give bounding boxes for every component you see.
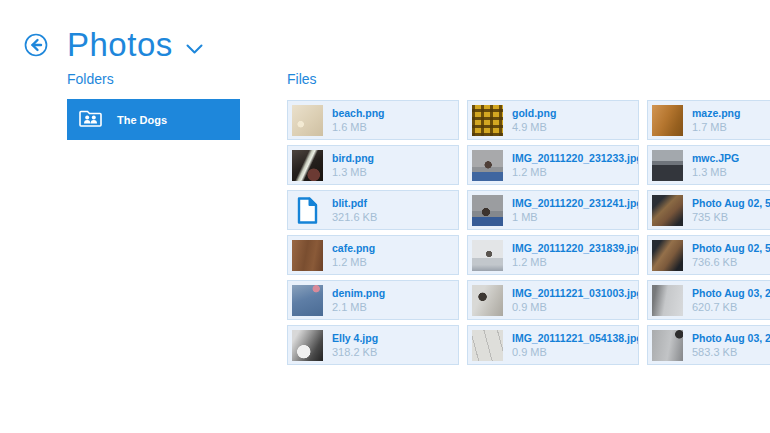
files-heading: Files — [287, 71, 770, 87]
file-tile[interactable]: Photo Aug 03, 2 48 34 583.3 KB — [647, 325, 770, 365]
file-thumbnail — [472, 150, 503, 181]
file-size: 321.6 KB — [332, 211, 377, 224]
file-thumbnail — [292, 285, 323, 316]
file-name: IMG_20111220_231241.jpg — [512, 197, 634, 210]
file-thumbnail — [292, 330, 323, 361]
file-meta: Photo Aug 03, 2 48 34 583.3 KB — [692, 332, 770, 359]
file-tile[interactable]: cafe.png 1.2 MB — [287, 235, 459, 275]
file-thumbnail — [292, 240, 323, 271]
file-name: IMG_20111220_231233.jpg — [512, 152, 634, 165]
file-tile[interactable]: blit.pdf 321.6 KB — [287, 190, 459, 230]
file-name: IMG_20111220_231839.jpg — [512, 242, 634, 255]
file-name: blit.pdf — [332, 197, 377, 210]
file-meta: Photo Aug 02, 5 58 33 736.6 KB — [692, 242, 770, 269]
file-size: 0.9 MB — [512, 346, 634, 359]
folder-item-the-dogs[interactable]: The Dogs — [67, 99, 240, 140]
file-size: 0.9 MB — [512, 301, 634, 314]
folders-heading: Folders — [67, 71, 240, 87]
file-tile[interactable]: maze.png 1.7 MB — [647, 100, 770, 140]
file-meta: Photo Aug 03, 2 48 31 620.7 KB — [692, 287, 770, 314]
file-meta: maze.png 1.7 MB — [692, 107, 740, 134]
file-thumbnail — [292, 195, 323, 226]
file-size: 1.2 MB — [332, 256, 375, 269]
file-tile[interactable]: bird.png 1.3 MB — [287, 145, 459, 185]
file-size: 1.7 MB — [692, 121, 740, 134]
back-arrow-icon — [24, 33, 48, 57]
file-size: 1.3 MB — [692, 166, 739, 179]
folders-section: Folders The Dogs — [67, 71, 240, 140]
file-tile[interactable]: Photo Aug 02, 5 58 36 735 KB — [647, 190, 770, 230]
file-size: 1.3 MB — [332, 166, 374, 179]
back-button[interactable] — [24, 33, 48, 57]
file-tile[interactable]: Elly 4.jpg 318.2 KB — [287, 325, 459, 365]
file-name: maze.png — [692, 107, 740, 120]
file-tile[interactable]: IMG_20111220_231839.jpg 1.2 MB — [467, 235, 639, 275]
files-grid: beach.png 1.6 MB bird.png 1.3 MB blit.pd… — [287, 100, 770, 365]
file-meta: blit.pdf 321.6 KB — [332, 197, 377, 224]
files-section: Files beach.png 1.6 MB bird.png 1.3 MB — [287, 71, 770, 365]
file-tile[interactable]: IMG_20111221_031003.jpg 0.9 MB — [467, 280, 639, 320]
file-meta: IMG_20111221_031003.jpg 0.9 MB — [512, 287, 634, 314]
file-tile[interactable]: IMG_20111221_054138.jpg 0.9 MB — [467, 325, 639, 365]
file-size: 2.1 MB — [332, 301, 385, 314]
file-meta: Photo Aug 02, 5 58 36 735 KB — [692, 197, 770, 224]
folder-name: The Dogs — [117, 114, 167, 126]
file-tile[interactable]: Photo Aug 02, 5 58 33 736.6 KB — [647, 235, 770, 275]
file-thumbnail — [472, 105, 503, 136]
file-thumbnail — [652, 195, 683, 226]
file-thumbnail — [652, 105, 683, 136]
file-size: 1.6 MB — [332, 121, 385, 134]
file-tile[interactable]: IMG_20111220_231233.jpg 1.2 MB — [467, 145, 639, 185]
file-name: Photo Aug 03, 2 48 34 — [692, 332, 770, 345]
file-tile[interactable]: mwc.JPG 1.3 MB — [647, 145, 770, 185]
file-meta: Elly 4.jpg 318.2 KB — [332, 332, 378, 359]
file-thumbnail — [652, 285, 683, 316]
file-thumbnail — [472, 240, 503, 271]
people-folder-icon — [79, 109, 102, 131]
file-thumbnail — [292, 150, 323, 181]
file-name: Elly 4.jpg — [332, 332, 378, 345]
file-thumbnail — [652, 240, 683, 271]
file-size: 736.6 KB — [692, 256, 770, 269]
file-name: Photo Aug 03, 2 48 31 — [692, 287, 770, 300]
file-name: IMG_20111221_031003.jpg — [512, 287, 634, 300]
file-meta: IMG_20111220_231241.jpg 1 MB — [512, 197, 634, 224]
document-icon — [297, 197, 318, 224]
file-size: 735 KB — [692, 211, 770, 224]
file-size: 1.2 MB — [512, 166, 634, 179]
file-tile[interactable]: gold.png 4.9 MB — [467, 100, 639, 140]
file-name: gold.png — [512, 107, 556, 120]
file-thumbnail — [652, 330, 683, 361]
file-tile[interactable]: IMG_20111220_231241.jpg 1 MB — [467, 190, 639, 230]
file-name: bird.png — [332, 152, 374, 165]
file-name: cafe.png — [332, 242, 375, 255]
file-tile[interactable]: denim.png 2.1 MB — [287, 280, 459, 320]
file-name: mwc.JPG — [692, 152, 739, 165]
file-name: Photo Aug 02, 5 58 33 — [692, 242, 770, 255]
file-meta: cafe.png 1.2 MB — [332, 242, 375, 269]
file-meta: bird.png 1.3 MB — [332, 152, 374, 179]
file-name: beach.png — [332, 107, 385, 120]
file-size: 1 MB — [512, 211, 634, 224]
file-thumbnail — [472, 285, 503, 316]
file-thumbnail — [652, 150, 683, 181]
file-thumbnail — [472, 330, 503, 361]
file-thumbnail — [292, 105, 323, 136]
file-name: Photo Aug 02, 5 58 36 — [692, 197, 770, 210]
file-tile[interactable]: Photo Aug 03, 2 48 31 620.7 KB — [647, 280, 770, 320]
file-name: IMG_20111221_054138.jpg — [512, 332, 634, 345]
file-meta: IMG_20111220_231233.jpg 1.2 MB — [512, 152, 634, 179]
chevron-down-icon[interactable] — [186, 41, 203, 59]
app-header: Photos — [24, 28, 203, 61]
file-size: 583.3 KB — [692, 346, 770, 359]
file-meta: IMG_20111220_231839.jpg 1.2 MB — [512, 242, 634, 269]
file-name: denim.png — [332, 287, 385, 300]
file-size: 4.9 MB — [512, 121, 556, 134]
file-size: 1.2 MB — [512, 256, 634, 269]
file-thumbnail — [472, 195, 503, 226]
page-title: Photos — [67, 28, 173, 61]
file-meta: beach.png 1.6 MB — [332, 107, 385, 134]
file-meta: denim.png 2.1 MB — [332, 287, 385, 314]
file-meta: gold.png 4.9 MB — [512, 107, 556, 134]
file-tile[interactable]: beach.png 1.6 MB — [287, 100, 459, 140]
